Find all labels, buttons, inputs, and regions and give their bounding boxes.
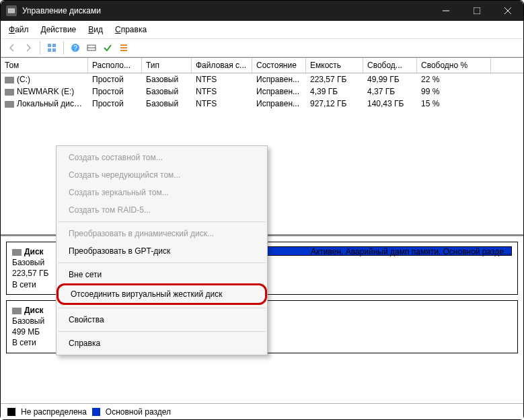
- app-icon: [6, 5, 17, 16]
- cell: 22 %: [417, 73, 491, 85]
- menubar: Файл Действие Вид Справка: [1, 21, 523, 39]
- list-button[interactable]: [116, 40, 131, 55]
- settings-button[interactable]: [84, 40, 99, 55]
- table-row[interactable]: (C:) Простой Базовый NTFS Исправен... 22…: [1, 73, 523, 85]
- back-button[interactable]: [5, 40, 20, 55]
- titlebar: Управление дисками: [1, 1, 523, 21]
- ctx-convert-gpt[interactable]: Преобразовать в GPT-диск: [57, 242, 267, 260]
- toolbar-separator: [40, 41, 40, 55]
- forward-button[interactable]: [21, 40, 36, 55]
- volume-table-header: Том Располо... Тип Файловая с... Состоян…: [1, 57, 523, 73]
- menu-help[interactable]: Справка: [114, 24, 148, 36]
- cell: (C:): [17, 75, 30, 84]
- svg-rect-6: [52, 44, 56, 47]
- minimize-button[interactable]: [431, 1, 461, 21]
- cell: NTFS: [192, 85, 252, 98]
- cell: Исправен...: [252, 85, 306, 98]
- cell: Базовый: [142, 98, 192, 110]
- cell: Исправен...: [252, 73, 306, 85]
- svg-rect-2: [474, 7, 480, 14]
- ctx-help[interactable]: Справка: [57, 335, 267, 352]
- cell: Простой: [88, 98, 142, 110]
- col-layout[interactable]: Располо...: [88, 58, 142, 73]
- ctx-separator: [58, 221, 266, 222]
- ctx-convert-dynamic[interactable]: Преобразовать в динамический диск...: [57, 225, 267, 242]
- svg-text:?: ?: [73, 44, 77, 52]
- table-row[interactable]: NEWMARK (E:) Простой Базовый NTFS Исправ…: [1, 85, 523, 98]
- svg-rect-8: [52, 48, 56, 52]
- ctx-create-striped[interactable]: Создать чередующийся том...: [57, 166, 267, 184]
- ctx-separator: [58, 262, 266, 263]
- col-free[interactable]: Свобод...: [363, 58, 417, 73]
- toolbar: ?: [1, 39, 523, 57]
- ctx-create-spanned[interactable]: Создать составной том...: [57, 149, 267, 166]
- col-volume[interactable]: Том: [1, 58, 88, 73]
- menu-file[interactable]: Файл: [7, 24, 30, 36]
- menu-view[interactable]: Вид: [87, 24, 104, 36]
- svg-rect-7: [48, 48, 51, 52]
- ctx-separator: [58, 331, 266, 332]
- cell: Базовый: [142, 73, 192, 85]
- cell: 15 %: [417, 98, 491, 110]
- cell: 99 %: [417, 85, 491, 98]
- col-free-pct[interactable]: Свободно %: [417, 58, 491, 73]
- check-button[interactable]: [100, 40, 115, 55]
- cell: 140,43 ГБ: [363, 98, 417, 110]
- col-type[interactable]: Тип: [142, 58, 192, 73]
- cell: NTFS: [192, 98, 252, 110]
- status-bar: Не распределена Основной раздел: [1, 403, 523, 419]
- ctx-create-mirror[interactable]: Создать зеркальный том...: [57, 184, 267, 201]
- help-button[interactable]: ?: [68, 40, 83, 55]
- cell: Базовый: [142, 85, 192, 98]
- ctx-properties[interactable]: Свойства: [57, 311, 267, 328]
- close-button[interactable]: [492, 1, 523, 21]
- legend-primary: Основной раздел: [106, 407, 171, 417]
- cell: 927,12 ГБ: [306, 98, 363, 110]
- ctx-offline[interactable]: Вне сети: [57, 266, 267, 283]
- cell: Локальный диск (...: [17, 99, 88, 108]
- cell: 49,99 ГБ: [363, 73, 417, 85]
- disk-icon: [5, 89, 14, 96]
- cell: NEWMARK (E:): [17, 87, 74, 96]
- table-row[interactable]: Локальный диск (... Простой Базовый NTFS…: [1, 98, 523, 110]
- views-button[interactable]: [44, 40, 59, 55]
- disk-icon: [12, 249, 22, 256]
- cell: 4,39 ГБ: [306, 85, 363, 98]
- menu-action[interactable]: Действие: [40, 24, 78, 36]
- disk-icon: [5, 101, 14, 108]
- ctx-create-raid5[interactable]: Создать том RAID-5...: [57, 201, 267, 219]
- toolbar-separator: [63, 41, 64, 55]
- col-status[interactable]: Состояние: [252, 58, 306, 73]
- cell: 4,37 ГБ: [363, 85, 417, 98]
- legend-unallocated-icon: [7, 408, 15, 416]
- disk-icon: [5, 77, 14, 83]
- ctx-detach-vhd[interactable]: Отсоединить виртуальный жесткий диск: [57, 283, 267, 305]
- col-filesystem[interactable]: Файловая с...: [192, 58, 252, 73]
- svg-rect-0: [9, 9, 15, 13]
- cell: Простой: [88, 73, 142, 85]
- cell: 223,57 ГБ: [306, 73, 363, 85]
- window-title: Управление дисками: [22, 6, 431, 15]
- context-menu: Создать составной том... Создать чередую…: [56, 145, 268, 355]
- cell: Простой: [88, 85, 142, 98]
- col-capacity[interactable]: Емкость: [306, 58, 363, 73]
- ctx-separator: [58, 308, 266, 308]
- legend-unallocated: Не распределена: [21, 407, 87, 417]
- legend-primary-icon: [92, 408, 100, 416]
- cell: NTFS: [192, 73, 252, 85]
- maximize-button[interactable]: [461, 1, 492, 21]
- cell: Исправен...: [252, 98, 306, 110]
- disk-icon: [12, 308, 22, 314]
- svg-rect-5: [48, 44, 51, 47]
